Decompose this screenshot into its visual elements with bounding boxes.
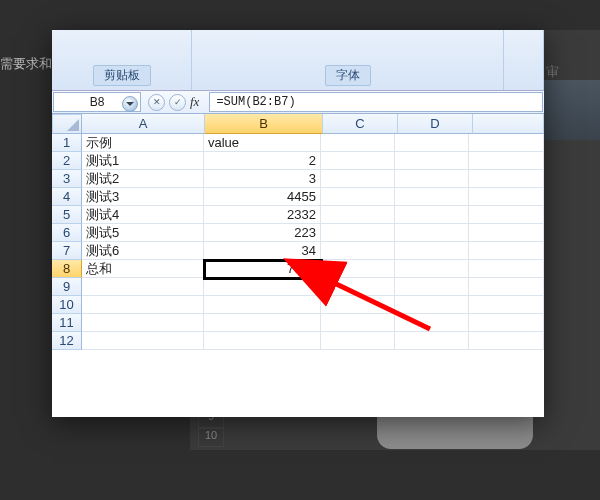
row-header-3[interactable]: 3: [52, 170, 82, 188]
formula-input[interactable]: =SUM(B2:B7): [209, 92, 543, 112]
cell-rest9[interactable]: [469, 278, 544, 296]
cell-c2[interactable]: [321, 152, 395, 170]
row-header-8[interactable]: 8: [52, 260, 82, 278]
cell-d4[interactable]: [395, 188, 469, 206]
accept-formula-icon[interactable]: ✓: [169, 94, 186, 111]
cell-rest2[interactable]: [469, 152, 544, 170]
cell-a10[interactable]: [82, 296, 204, 314]
column-headers: A B C D: [52, 114, 544, 134]
group-clipboard: 剪贴板: [52, 30, 192, 90]
cell-c8[interactable]: [321, 260, 395, 278]
cell-c9[interactable]: [321, 278, 395, 296]
group-extra: [504, 30, 544, 90]
cell-b12[interactable]: [204, 332, 321, 350]
row-header-2[interactable]: 2: [52, 152, 82, 170]
cell-c10[interactable]: [321, 296, 395, 314]
row-header-5[interactable]: 5: [52, 206, 82, 224]
cell-rest4[interactable]: [469, 188, 544, 206]
cell-b8[interactable]: 7049: [204, 260, 321, 278]
bg-row-10: 10: [198, 428, 224, 447]
cell-rest3[interactable]: [469, 170, 544, 188]
row-10: 10: [52, 296, 544, 314]
cell-b10[interactable]: [204, 296, 321, 314]
col-header-d[interactable]: D: [398, 114, 473, 134]
cell-a5[interactable]: 测试4: [82, 206, 204, 224]
cell-c7[interactable]: [321, 242, 395, 260]
cell-d9[interactable]: [395, 278, 469, 296]
row-header-4[interactable]: 4: [52, 188, 82, 206]
row-header-10[interactable]: 10: [52, 296, 82, 314]
cell-d8[interactable]: [395, 260, 469, 278]
excel-window: 剪贴板 字体 B8 ✕ ✓ fx =SUM(B2:B7) A B C D 1: [52, 30, 544, 417]
cell-b6[interactable]: 223: [204, 224, 321, 242]
cell-a9[interactable]: [82, 278, 204, 296]
cell-rest6[interactable]: [469, 224, 544, 242]
row-header-11[interactable]: 11: [52, 314, 82, 332]
cell-d3[interactable]: [395, 170, 469, 188]
cell-d6[interactable]: [395, 224, 469, 242]
cell-d5[interactable]: [395, 206, 469, 224]
fx-icon[interactable]: fx: [190, 94, 203, 110]
cell-b3[interactable]: 3: [204, 170, 321, 188]
name-box-dropdown-icon[interactable]: [122, 96, 138, 112]
select-all-corner[interactable]: [52, 114, 82, 134]
row-5: 5 测试4 2332: [52, 206, 544, 224]
cell-rest11[interactable]: [469, 314, 544, 332]
cell-a8[interactable]: 总和: [82, 260, 204, 278]
cell-a12[interactable]: [82, 332, 204, 350]
cell-rest8[interactable]: [469, 260, 544, 278]
cell-b1[interactable]: value: [204, 134, 321, 152]
col-header-a[interactable]: A: [82, 114, 205, 134]
row-header-1[interactable]: 1: [52, 134, 82, 152]
cell-d7[interactable]: [395, 242, 469, 260]
ribbon-group-bar: 剪贴板 字体: [52, 30, 544, 91]
cell-d11[interactable]: [395, 314, 469, 332]
row-3: 3 测试2 3: [52, 170, 544, 188]
group-font-label[interactable]: 字体: [325, 65, 371, 86]
cell-d10[interactable]: [395, 296, 469, 314]
cell-rest10[interactable]: [469, 296, 544, 314]
row-header-6[interactable]: 6: [52, 224, 82, 242]
cell-c1[interactable]: [321, 134, 395, 152]
cell-c12[interactable]: [321, 332, 395, 350]
cancel-formula-icon[interactable]: ✕: [148, 94, 165, 111]
row-9: 9: [52, 278, 544, 296]
cell-c11[interactable]: [321, 314, 395, 332]
worksheet-grid[interactable]: A B C D 1 示例 value 2 测试1 2 3 测试2 3 4: [52, 114, 544, 419]
cell-b4[interactable]: 4455: [204, 188, 321, 206]
cell-d2[interactable]: [395, 152, 469, 170]
row-header-7[interactable]: 7: [52, 242, 82, 260]
cell-b9[interactable]: [204, 278, 321, 296]
formula-buttons: ✕ ✓ fx: [142, 91, 209, 113]
cell-rest1[interactable]: [469, 134, 544, 152]
cell-b7[interactable]: 34: [204, 242, 321, 260]
cell-b5[interactable]: 2332: [204, 206, 321, 224]
cell-b11[interactable]: [204, 314, 321, 332]
row-11: 11: [52, 314, 544, 332]
cell-a11[interactable]: [82, 314, 204, 332]
name-box[interactable]: B8: [53, 92, 141, 112]
row-4: 4 测试3 4455: [52, 188, 544, 206]
cell-c5[interactable]: [321, 206, 395, 224]
cell-rest12[interactable]: [469, 332, 544, 350]
formula-bar: B8 ✕ ✓ fx =SUM(B2:B7): [52, 91, 544, 114]
cell-rest7[interactable]: [469, 242, 544, 260]
col-header-b[interactable]: B: [205, 114, 323, 134]
cell-a3[interactable]: 测试2: [82, 170, 204, 188]
col-header-c[interactable]: C: [323, 114, 398, 134]
row-header-9[interactable]: 9: [52, 278, 82, 296]
cell-c4[interactable]: [321, 188, 395, 206]
cell-b2[interactable]: 2: [204, 152, 321, 170]
group-clipboard-label[interactable]: 剪贴板: [93, 65, 151, 86]
cell-a7[interactable]: 测试6: [82, 242, 204, 260]
cell-a1[interactable]: 示例: [82, 134, 204, 152]
row-header-12[interactable]: 12: [52, 332, 82, 350]
cell-a4[interactable]: 测试3: [82, 188, 204, 206]
cell-d1[interactable]: [395, 134, 469, 152]
cell-c6[interactable]: [321, 224, 395, 242]
cell-rest5[interactable]: [469, 206, 544, 224]
cell-c3[interactable]: [321, 170, 395, 188]
cell-d12[interactable]: [395, 332, 469, 350]
cell-a6[interactable]: 测试5: [82, 224, 204, 242]
cell-a2[interactable]: 测试1: [82, 152, 204, 170]
